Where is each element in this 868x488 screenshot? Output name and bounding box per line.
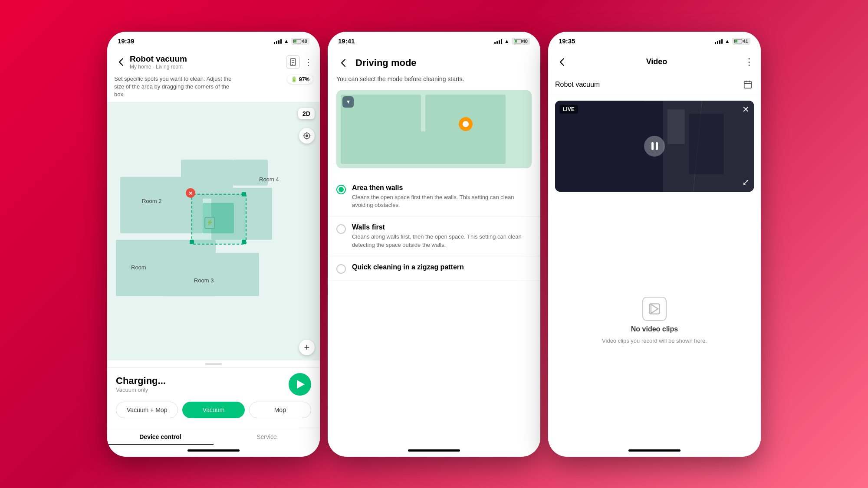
svg-rect-5 — [120, 177, 203, 233]
home-indicator-2 — [328, 445, 540, 457]
svg-text:Room 2: Room 2 — [142, 198, 162, 204]
view-2d-button[interactable]: 2D — [298, 108, 315, 119]
no-clips-title: No video clips — [631, 325, 678, 333]
device-icon-button[interactable] — [286, 55, 300, 69]
vacuum-mop-button[interactable]: Vacuum + Mop — [116, 402, 178, 418]
map-description: Set specific spots you want to clean. Ad… — [114, 75, 236, 99]
phone1-content: Robot vacuum My home - Living room ⋮ Set… — [107, 51, 320, 445]
description-area: Set specific spots you want to clean. Ad… — [107, 73, 320, 102]
status-icons-1: ▲ 40 — [274, 38, 309, 45]
home-indicator-1 — [107, 445, 320, 457]
battery-icon-1 — [293, 39, 301, 43]
more-button-1[interactable]: ⋮ — [304, 57, 313, 67]
location-button[interactable] — [299, 128, 315, 144]
radio-zigzag[interactable] — [336, 264, 346, 274]
option1-desc: Cleans the open space first then the wal… — [352, 193, 532, 209]
phone3-header: Video ⋮ — [548, 51, 761, 73]
svg-marker-46 — [651, 304, 658, 313]
svg-point-24 — [306, 134, 308, 137]
svg-text:Room 4: Room 4 — [259, 176, 279, 183]
svg-rect-20 — [190, 240, 194, 244]
svg-text:▾: ▾ — [347, 98, 350, 105]
svg-rect-32 — [341, 131, 506, 164]
battery-icon-2 — [514, 39, 522, 43]
battery-pill: 🔋 97% — [287, 75, 313, 84]
signal-icon-1 — [274, 39, 282, 44]
option-walls-first[interactable]: Walls first Cleans along walls first, th… — [328, 216, 540, 256]
vacuum-button[interactable]: Vacuum — [182, 402, 244, 418]
option1-title: Area then walls — [352, 184, 532, 192]
tab-service[interactable]: Service — [214, 428, 320, 445]
zoom-button[interactable]: + — [299, 340, 315, 355]
driving-desc: You can select the mode before cleaning … — [328, 75, 540, 91]
mode-buttons: Vacuum + Mop Vacuum Mop — [116, 402, 311, 418]
charging-row: Charging... Vacuum only — [116, 373, 311, 396]
svg-text:Room: Room — [131, 264, 146, 271]
status-icons-3: ▲ 41 — [715, 38, 750, 45]
phone-3: 19:35 ▲ 41 Video ⋮ — [548, 32, 761, 457]
svg-text:✕: ✕ — [188, 190, 193, 197]
floor-plan-svg: ⚡ Room 4 Room 2 Room Room 3 ✕ — [107, 102, 320, 360]
no-clips-desc: Video clips you record will be shown her… — [589, 337, 720, 344]
svg-rect-21 — [242, 240, 246, 244]
phone-1: 19:39 ▲ 40 Ro — [107, 32, 320, 457]
back-button-2[interactable] — [336, 56, 350, 70]
battery-badge-2: 40 — [512, 38, 530, 45]
device-name: Robot vacuum — [555, 81, 600, 88]
phone2-content: Driving mode You can select the mode bef… — [328, 51, 540, 445]
header-title-group-1: Robot vacuum My home - Living room — [130, 54, 286, 70]
device-row: Robot vacuum — [548, 73, 761, 96]
wifi-icon-2: ▲ — [504, 38, 510, 44]
header-actions-1: ⋮ — [286, 55, 313, 69]
page-title-1: Robot vacuum — [130, 54, 286, 64]
live-badge: LIVE — [559, 105, 578, 114]
wifi-icon-3: ▲ — [725, 38, 730, 44]
svg-rect-44 — [667, 109, 685, 144]
status-time-2: 19:41 — [338, 37, 355, 45]
no-clips-icon — [642, 297, 667, 321]
back-button-3[interactable] — [555, 55, 569, 69]
option-area-then-walls[interactable]: Area then walls Cleans the open space fi… — [328, 177, 540, 216]
status-time-3: 19:35 — [559, 37, 575, 45]
more-button-3[interactable]: ⋮ — [744, 56, 754, 68]
charging-panel: Charging... Vacuum only Vacuum + Mop Vac… — [107, 367, 320, 423]
driving-title: Driving mode — [355, 57, 532, 69]
phone2-header: Driving mode — [328, 51, 540, 75]
mop-button[interactable]: Mop — [249, 402, 311, 418]
svg-rect-45 — [689, 114, 724, 174]
wifi-icon-1: ▲ — [284, 38, 289, 44]
option3-title: Quick cleaning in a zigzag pattern — [352, 263, 464, 271]
charging-sub: Vacuum only — [116, 386, 166, 393]
option3-text: Quick cleaning in a zigzag pattern — [352, 263, 464, 273]
expand-button[interactable]: ⤢ — [742, 177, 750, 187]
calendar-icon[interactable] — [742, 79, 754, 91]
svg-rect-17 — [203, 203, 234, 233]
radio-area-then-walls[interactable] — [336, 185, 346, 194]
radio-walls-first[interactable] — [336, 224, 346, 234]
back-button-1[interactable] — [114, 55, 128, 69]
close-live-button[interactable]: ✕ — [742, 104, 750, 115]
status-icons-2: ▲ 40 — [494, 38, 530, 45]
svg-rect-8 — [164, 253, 259, 296]
status-bar-1: 19:39 ▲ 40 — [107, 32, 320, 51]
signal-icon-3 — [715, 39, 723, 44]
tab-row-1: Device control Service — [107, 428, 320, 445]
pause-button[interactable] — [644, 136, 665, 157]
tab-device-control[interactable]: Device control — [107, 428, 214, 445]
live-player[interactable]: LIVE ✕ ⤢ — [555, 101, 754, 192]
map-area[interactable]: ⚡ Room 4 Room 2 Room Room 3 ✕ — [107, 102, 320, 360]
play-button[interactable] — [289, 373, 311, 396]
option2-desc: Cleans along walls first, then the open … — [352, 233, 532, 249]
option-zigzag[interactable]: Quick cleaning in a zigzag pattern — [328, 256, 540, 281]
battery-badge-3: 41 — [732, 38, 750, 45]
svg-rect-37 — [744, 81, 752, 88]
charging-info: Charging... Vacuum only — [116, 375, 166, 393]
phone3-content: Video ⋮ Robot vacuum — [548, 51, 761, 445]
video-title: Video — [569, 57, 744, 66]
status-bar-3: 19:35 ▲ 41 — [548, 32, 761, 51]
map-preview: ▾ — [336, 90, 532, 168]
no-clips-area: No video clips Video clips you record wi… — [548, 196, 761, 445]
status-bar-2: 19:41 ▲ 40 — [328, 32, 540, 51]
phone1-header: Robot vacuum My home - Living room ⋮ — [107, 51, 320, 73]
status-time-1: 19:39 — [118, 37, 134, 45]
